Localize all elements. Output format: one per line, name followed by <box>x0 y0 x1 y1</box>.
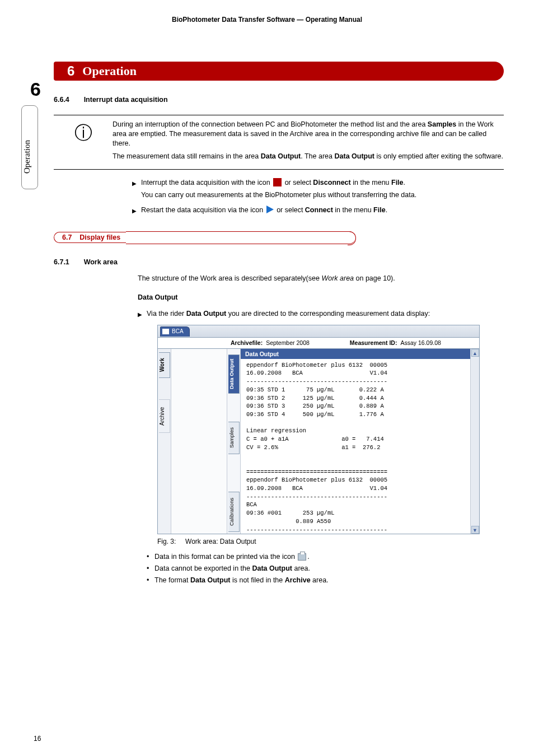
b2-b: Data Output <box>252 564 292 572</box>
tab-data-output[interactable]: Data Output <box>228 354 240 394</box>
bullet-list: Data in this format can be printed via t… <box>147 551 504 587</box>
step2-text-f: . <box>386 206 387 214</box>
step1-text-b: or select <box>283 179 313 186</box>
tab-archive[interactable]: Archive <box>159 399 170 433</box>
b3-c: is not filed in the <box>230 576 284 584</box>
tab-work[interactable]: Work <box>159 352 170 378</box>
doc-header: BioPhotometer Data Transfer Software — O… <box>0 16 534 24</box>
info-p2-d: Data Output <box>334 152 374 160</box>
chapter-banner: 6 Operation <box>54 62 504 81</box>
page-number: 16 <box>34 735 41 743</box>
step1-text-d: in the menu <box>351 179 391 186</box>
section-number: 6.7 <box>62 234 72 241</box>
step-bullet-icon: ▶ <box>132 179 137 188</box>
screenshot-data-output-text: eppendorf BioPhotometer plus 6132 00005 … <box>241 359 470 534</box>
tab-calibrations[interactable]: Calibrations <box>228 492 240 532</box>
section-number: 6.7.1 <box>54 258 82 266</box>
b3-b: Data Output <box>190 576 231 584</box>
section-title: Display files <box>79 234 120 241</box>
label-measurement-id: Measurement ID: <box>350 339 397 346</box>
side-tab-label: Operation <box>22 140 32 174</box>
figure-caption: Fig. 3: Work area: Data Output <box>157 538 504 545</box>
text-b: Work area <box>321 274 354 282</box>
text-a: Via the rider <box>147 310 186 318</box>
scroll-up-icon[interactable]: ▲ <box>471 349 479 357</box>
info-p1-b: Samples <box>428 120 456 128</box>
figure-text: Work area: Data Output <box>185 538 256 545</box>
section-6-6-4-heading: 6.6.4 Interrupt data acquisition <box>54 95 504 104</box>
section-title: Work area <box>84 258 118 266</box>
step1-disconnect: Disconnect <box>313 179 350 186</box>
b3-a: The format <box>154 576 190 584</box>
screenshot-tab-bca[interactable]: BCA <box>160 326 190 337</box>
stop-icon <box>273 178 282 186</box>
step2-text-a: Restart the data acquisition via the ico… <box>141 206 265 214</box>
workarea-intro: The structure of the Work area is descri… <box>138 274 504 284</box>
step1-subtext: You can carry out measurements at the Bi… <box>141 190 416 200</box>
b3-e: area. <box>311 576 329 584</box>
step1-text-f: . <box>404 179 405 186</box>
text-c: on page 10). <box>354 274 395 282</box>
tab-samples[interactable]: Samples <box>228 422 240 454</box>
screenshot-tabbar: BCA <box>158 325 479 338</box>
scroll-down-icon[interactable]: ▼ <box>471 526 479 534</box>
screenshot-mid-tabs: Data Output Samples Calibrations <box>227 349 241 534</box>
info-note: ⓘ During an interruption of the connecti… <box>54 115 504 170</box>
data-output-intro: Via the rider Data Output you are direct… <box>147 309 430 319</box>
print-icon <box>298 553 306 561</box>
screenshot-work-area: BCA Archivefile: September 2008 Measurem… <box>157 325 480 534</box>
info-p1-a: During an interruption of the connection… <box>113 120 428 128</box>
step-bullet-icon: ▶ <box>132 207 137 215</box>
section-6-7-heading: 6.7 Display files <box>54 231 504 244</box>
info-p2-a: The measurement data still remains in th… <box>113 152 261 160</box>
step-list: ▶ Interrupt the data acquisition with th… <box>132 178 504 216</box>
info-icon: ⓘ <box>54 120 113 165</box>
info-p2-b: Data Output <box>261 152 301 160</box>
screenshot-left-tabs: Work Archive <box>158 349 171 534</box>
label-archivefile: Archivefile: <box>231 339 263 346</box>
figure-label: Fig. 3: <box>157 538 176 545</box>
section-number: 6.6.4 <box>54 96 82 104</box>
step2-text-b: or select <box>275 206 305 214</box>
step-bullet-icon: ▶ <box>138 311 142 319</box>
text-a: The structure of the Work area is descri… <box>138 274 321 282</box>
b2-c: area. <box>292 564 310 572</box>
bullet-2: Data cannot be exported in the Data Outp… <box>147 563 504 575</box>
section-6-7-1-heading: 6.7.1 Work area <box>54 258 504 266</box>
bullet-3: The format Data Output is not filed in t… <box>147 575 504 586</box>
step2-connect: Connect <box>305 206 333 214</box>
b3-d: Archive <box>285 576 311 584</box>
screenshot-header-row: Archivefile: September 2008 Measurement … <box>158 338 479 349</box>
chapter-banner-number: 6 <box>54 63 82 79</box>
bullet-1: Data in this format can be printed via t… <box>147 551 504 563</box>
b1-b: . <box>307 553 309 561</box>
step1-file: File <box>391 179 404 186</box>
info-p2-c: . The area <box>301 152 334 160</box>
margin-chapter-number: 6 <box>30 78 41 100</box>
value-archivefile: September 2008 <box>266 339 310 346</box>
data-output-heading: Data Output <box>138 293 504 301</box>
screenshot-tree-spacer <box>171 349 227 534</box>
step2-text-d: in the menu <box>333 206 373 214</box>
screenshot-main-panel: Data Output eppendorf BioPhotometer plus… <box>241 349 470 534</box>
info-p2-e: is only emptied after exiting the softwa… <box>374 152 503 160</box>
play-icon <box>266 206 274 213</box>
step2-file: File <box>373 206 386 214</box>
info-text: During an interruption of the connection… <box>113 120 504 165</box>
screenshot-panel-title: Data Output <box>241 349 470 359</box>
b2-a: Data cannot be exported in the <box>154 564 252 572</box>
text-b: Data Output <box>186 310 227 318</box>
step1-text-a: Interrupt the data acquisition with the … <box>141 179 272 186</box>
section-pill-line <box>126 231 355 244</box>
section-title: Interrupt data acquisition <box>84 96 168 104</box>
text-c: you are directed to the corresponding me… <box>226 310 430 318</box>
scrollbar[interactable]: ▲ ▼ <box>470 349 479 534</box>
chapter-banner-title: Operation <box>82 64 137 78</box>
value-measurement-id: Assay 16.09.08 <box>400 339 441 346</box>
b1-a: Data in this format can be printed via t… <box>154 553 297 561</box>
